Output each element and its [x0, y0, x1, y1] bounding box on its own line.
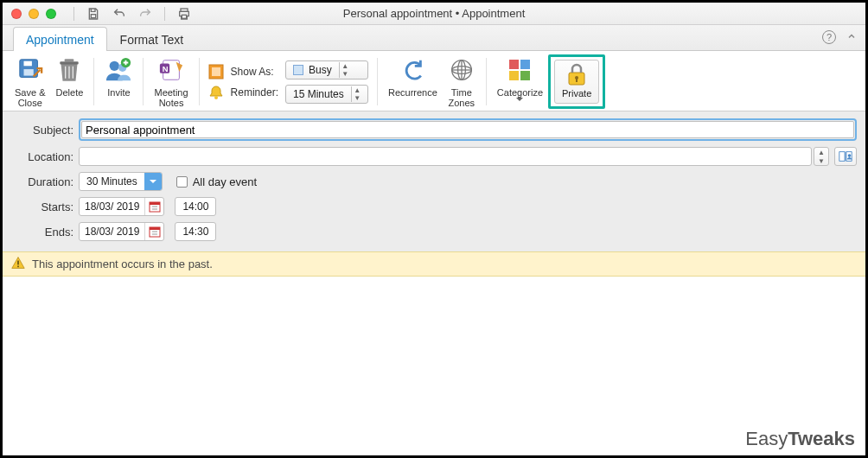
minimize-window-button[interactable]	[29, 9, 39, 19]
subject-label: Subject:	[11, 124, 73, 137]
svg-rect-35	[150, 202, 160, 205]
svg-rect-7	[61, 61, 79, 64]
recurrence-button[interactable]: Recurrence	[383, 54, 443, 109]
svg-rect-28	[520, 71, 530, 80]
redo-icon[interactable]	[138, 7, 152, 21]
svg-rect-31	[576, 79, 578, 82]
location-label: Location:	[11, 150, 73, 163]
starts-label: Starts:	[11, 200, 73, 213]
address-book-button[interactable]	[834, 147, 857, 166]
appointment-form: Subject: Location: ▲▼ Duration: 30 Minut…	[3, 111, 865, 251]
reminder-label: Reminder:	[231, 86, 278, 99]
window-controls	[3, 9, 56, 19]
time-zones-button[interactable]: Time Zones	[443, 54, 481, 109]
svg-point-33	[848, 154, 852, 157]
svg-rect-43	[17, 266, 19, 268]
tab-format-text[interactable]: Format Text	[107, 27, 197, 51]
warning-icon	[11, 256, 25, 272]
collapse-ribbon-icon[interactable]	[846, 31, 857, 44]
svg-rect-42	[17, 261, 19, 265]
subject-input[interactable]	[81, 121, 854, 138]
meeting-notes-button[interactable]: N Meeting Notes	[149, 54, 193, 109]
watermark: EasyTweaks	[745, 428, 855, 450]
ribbon-tabs: Appointment Format Text ?	[3, 25, 865, 51]
svg-text:N: N	[163, 65, 169, 73]
svg-rect-5	[23, 69, 33, 76]
svg-rect-18	[212, 67, 220, 76]
reminder-icon	[208, 85, 224, 100]
quick-access-toolbar	[73, 7, 191, 21]
zoom-window-button[interactable]	[46, 9, 56, 19]
private-highlight: Private	[548, 54, 605, 109]
svg-rect-39	[150, 227, 160, 230]
all-day-checkbox[interactable]: All day event	[176, 175, 257, 188]
svg-point-19	[214, 96, 218, 99]
svg-rect-27	[509, 71, 519, 80]
titlebar: Personal appointment • Appointment	[3, 3, 865, 25]
starts-date-field[interactable]: 18/03/ 2019	[79, 197, 164, 216]
invite-button[interactable]: Invite	[99, 54, 137, 109]
help-icon[interactable]: ?	[822, 30, 836, 44]
undo-icon[interactable]	[112, 7, 126, 21]
svg-rect-2	[182, 15, 186, 18]
ends-label: Ends:	[11, 226, 73, 239]
svg-rect-25	[509, 60, 519, 69]
calendar-icon[interactable]	[144, 198, 163, 215]
ends-time-field[interactable]: 14:30	[175, 222, 216, 241]
show-as-reminder-group: Show As: Reminder:	[205, 54, 282, 109]
private-button[interactable]: Private	[554, 60, 599, 104]
ends-date-field[interactable]: 18/03/ 2019	[79, 222, 164, 241]
categorize-button[interactable]: Categorize	[492, 54, 548, 109]
reminder-combo[interactable]: 15 Minutes ▲▼	[285, 85, 368, 104]
svg-point-11	[110, 61, 119, 71]
show-as-combo[interactable]: Busy ▲▼	[285, 60, 368, 80]
subject-field-focus-ring	[79, 118, 857, 141]
past-appointment-warning: This appointment occurs in the past.	[3, 251, 865, 277]
delete-button[interactable]: Delete	[50, 54, 88, 109]
starts-time-field[interactable]: 14:00	[175, 197, 216, 216]
show-as-icon	[208, 64, 224, 80]
print-icon[interactable]	[177, 7, 191, 21]
location-input[interactable]	[79, 147, 812, 166]
close-window-button[interactable]	[11, 9, 22, 19]
duration-label: Duration:	[11, 175, 73, 188]
tab-appointment[interactable]: Appointment	[13, 27, 107, 51]
duration-combo[interactable]: 30 Minutes	[79, 172, 163, 191]
calendar-icon[interactable]	[144, 223, 163, 240]
show-as-reminder-values: Busy ▲▼ 15 Minutes ▲▼	[282, 54, 372, 109]
ribbon: Save & Close Delete Invite N Meeting Not…	[3, 51, 865, 111]
warning-text: This appointment occurs in the past.	[32, 258, 213, 270]
show-as-label: Show As:	[231, 66, 274, 78]
save-close-button[interactable]: Save & Close	[10, 54, 50, 109]
location-dropdown[interactable]: ▲▼	[814, 147, 829, 166]
svg-rect-26	[520, 60, 530, 69]
save-icon[interactable]	[86, 7, 100, 21]
svg-rect-0	[91, 14, 95, 17]
appointment-body[interactable]	[3, 277, 865, 455]
svg-rect-4	[23, 61, 31, 67]
svg-rect-6	[65, 59, 74, 61]
